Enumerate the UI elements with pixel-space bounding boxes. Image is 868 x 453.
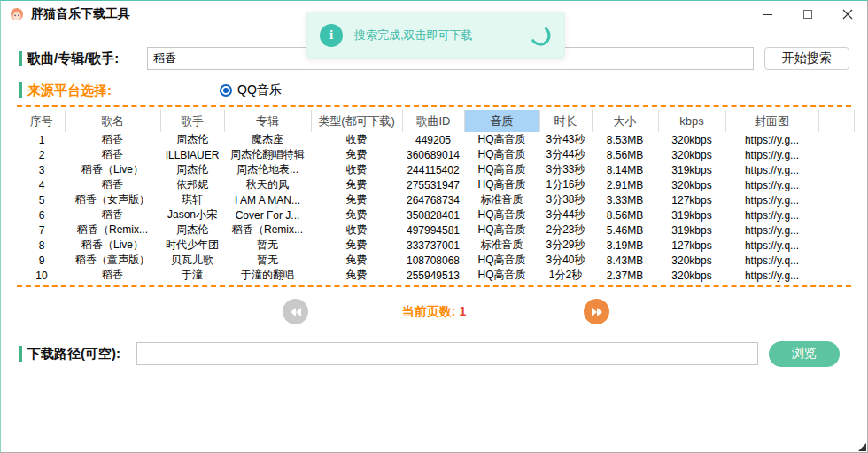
toast-message: 搜索完成,双击即可下载: [354, 27, 473, 43]
table-cell: https://y.g...: [725, 162, 818, 177]
table-cell-empty: [818, 223, 854, 238]
column-header-1[interactable]: 序号: [19, 110, 65, 132]
table-row[interactable]: 2稻香ILLBlAUER周杰伦翻唱特辑免费360689014HQ高音质3分44秒…: [19, 147, 854, 162]
platform-label-group: 来源平台选择:: [19, 82, 112, 99]
column-header-10[interactable]: kbps: [658, 110, 725, 132]
next-page-button[interactable]: [584, 299, 609, 324]
table-cell: 琪轩: [160, 192, 224, 207]
table-cell: 免费: [311, 207, 402, 223]
table-cell: 320kbps: [658, 253, 725, 268]
table-cell: 稻香: [65, 207, 160, 223]
table-cell: 稻香: [65, 132, 160, 147]
table-cell: 周杰伦: [160, 132, 224, 147]
download-label-group: 下载路径(可空):: [19, 346, 136, 363]
radio-qq-music[interactable]: QQ音乐: [220, 82, 282, 98]
table-cell: 依邦妮: [160, 177, 224, 192]
table-cell-empty: [818, 253, 854, 268]
table-cell: 稻香: [65, 177, 160, 192]
table-cell: 5: [19, 192, 65, 207]
column-header-4[interactable]: 专辑: [224, 110, 311, 132]
table-cell: https://y.g...: [725, 192, 818, 207]
table-cell: HQ高音质: [464, 207, 539, 223]
table-row[interactable]: 9稻香（童声版）贝瓦儿歌暂无免费108708068HQ高音质3分40秒8.43M…: [19, 253, 854, 268]
resize-grip[interactable]: [858, 443, 866, 451]
fast-forward-icon: [591, 307, 603, 317]
start-search-button[interactable]: 开始搜索: [764, 47, 850, 70]
column-header-7[interactable]: 音质: [464, 110, 539, 132]
table-cell: 319kbps: [658, 207, 725, 223]
table-cell: 稻香（Remix...: [224, 223, 311, 238]
page-number: 1: [459, 304, 466, 318]
table-row[interactable]: 10稻香于潼于潼的翻唱免费255949513HQ高音质1分2秒2.37MB320…: [19, 268, 854, 283]
table-cell: 264768734: [402, 192, 464, 207]
table-cell: 标准音质: [464, 192, 539, 207]
window-controls: [748, 1, 867, 27]
table-cell: 稻香（Remix...: [65, 223, 160, 238]
column-header-3[interactable]: 歌手: [160, 110, 224, 132]
table-cell: 于潼的翻唱: [224, 268, 311, 283]
table-cell: 稻香（女声版）: [65, 192, 160, 207]
table-cell: 2.37MB: [592, 268, 658, 283]
page-label-text: 当前页数:: [402, 304, 456, 318]
close-icon: [842, 9, 853, 20]
minimize-button[interactable]: [748, 1, 787, 27]
download-path-row: 下载路径(可空): 浏览: [19, 340, 849, 367]
search-label-group: 歌曲/专辑/歌手:: [19, 51, 147, 67]
table-cell: 8: [19, 238, 65, 253]
column-header-5[interactable]: 类型(都可下载): [311, 110, 402, 132]
table-cell: 2.91MB: [592, 177, 658, 192]
table-cell: 5.46MB: [592, 223, 658, 238]
column-header-2[interactable]: 歌名: [65, 110, 160, 132]
table-row[interactable]: 5稻香（女声版）琪轩I AM A MAN...免费264768734标准音质3分…: [19, 192, 854, 207]
loading-spinner-icon: [529, 24, 552, 47]
browse-button[interactable]: 浏览: [769, 341, 840, 367]
table-cell: 497994581: [402, 223, 464, 238]
maximize-button[interactable]: [787, 1, 827, 27]
table-cell: 449205: [402, 132, 464, 147]
table-cell: 3分40秒: [539, 253, 592, 268]
column-header-8[interactable]: 时长: [539, 110, 592, 132]
table-cell: 3分44秒: [539, 207, 592, 223]
table-cell: 275531947: [402, 177, 464, 192]
table-row[interactable]: 7稻香（Remix...周杰伦稻香（Remix...收费497994581HQ高…: [19, 223, 854, 238]
column-header-11[interactable]: 封面图: [725, 110, 818, 132]
table-cell: 收费: [311, 162, 402, 177]
table-cell: 稻香（Live）: [65, 162, 160, 177]
table-cell: 稻香（童声版）: [65, 253, 160, 268]
table-cell: 暂无: [224, 238, 311, 253]
table-row[interactable]: 8稻香（Live）时代少年团暂无免费333737001标准音质3分29秒3.19…: [19, 238, 854, 253]
table-cell: 1: [19, 132, 65, 147]
table-row[interactable]: 1稻香周杰伦魔杰座收费449205HQ高音质3分43秒8.53MB320kbps…: [19, 132, 854, 147]
column-header-9[interactable]: 大小: [592, 110, 658, 132]
table-row[interactable]: 4稻香依邦妮秋天的风免费275531947HQ高音质1分16秒2.91MB320…: [19, 177, 854, 192]
close-button[interactable]: [827, 1, 867, 27]
table-cell: https://y.g...: [725, 268, 818, 283]
table-cell: 3.19MB: [592, 238, 658, 253]
table-row[interactable]: 3稻香（Live）周杰伦周杰伦地表...收费244115402HQ高音质3分33…: [19, 162, 854, 177]
table-cell-empty: [818, 238, 854, 253]
table-cell-empty: [818, 162, 854, 177]
table-cell: 3分43秒: [539, 132, 592, 147]
table-cell: 收费: [311, 132, 402, 147]
table-cell: https://y.q...: [725, 238, 818, 253]
table-cell: 320kbps: [658, 177, 725, 192]
table-row[interactable]: 6稻香Jason小宋Cover For J...免费350828401HQ高音质…: [19, 207, 854, 223]
table-cell: HQ高音质: [464, 132, 539, 147]
column-header-6[interactable]: 歌曲ID: [402, 110, 464, 132]
download-path-input[interactable]: [136, 342, 758, 365]
table-cell: HQ高音质: [464, 223, 539, 238]
table-cell: https://y.g...: [725, 223, 818, 238]
table-cell: 244115402: [402, 162, 464, 177]
table-cell: ILLBlAUER: [160, 147, 224, 162]
table-cell: 稻香: [65, 268, 160, 283]
table-cell-empty: [818, 132, 854, 147]
table-cell: 320kbps: [658, 147, 725, 162]
table-cell: 周杰伦: [160, 223, 224, 238]
table-cell-empty: [818, 268, 854, 283]
table-cell: 8.56MB: [592, 147, 658, 162]
accent-bar: [19, 346, 22, 362]
table-cell: 1分16秒: [539, 177, 592, 192]
table-cell: HQ高音质: [464, 162, 539, 177]
table-cell: I AM A MAN...: [224, 192, 311, 207]
platform-row: 来源平台选择: QQ音乐: [19, 81, 849, 100]
